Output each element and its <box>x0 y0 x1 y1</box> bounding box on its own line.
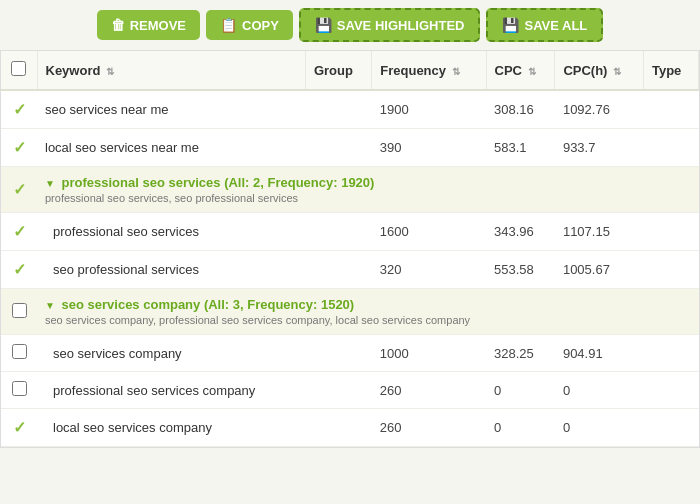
cpc-cell: 0 <box>486 372 555 409</box>
keyword-cell: seo services near me <box>37 90 305 129</box>
row-checkbox[interactable] <box>12 381 27 396</box>
save-highlighted-button[interactable]: 💾 SAVE HIGHLIGHTED <box>299 8 481 42</box>
group-title: seo services company <box>62 297 201 312</box>
frequency-cell: 1600 <box>372 213 486 251</box>
checked-icon: ✓ <box>13 139 26 156</box>
table-row: professional seo services company26000 <box>1 372 699 409</box>
frequency-cell: 320 <box>372 251 486 289</box>
select-all-checkbox[interactable] <box>11 61 26 76</box>
save-all-button[interactable]: 💾 SAVE ALL <box>486 8 603 42</box>
frequency-cell: 260 <box>372 372 486 409</box>
group-subtitle: professional seo services, seo professio… <box>45 192 691 204</box>
keyword-header-label: Keyword <box>46 63 101 78</box>
keyword-sort-icon: ⇅ <box>106 66 114 77</box>
keyword-cell: seo professional services <box>37 251 305 289</box>
row-check-cell[interactable] <box>1 335 37 372</box>
group-cell <box>305 90 371 129</box>
select-all-header[interactable] <box>1 51 37 90</box>
table-row: ▼ seo services company (All: 3, Frequenc… <box>1 289 699 335</box>
row-check-cell[interactable]: ✓ <box>1 167 37 213</box>
checked-icon: ✓ <box>13 261 26 278</box>
keyword-table: Keyword ⇅ Group Frequency ⇅ CPC ⇅ CPC(h)… <box>0 50 700 448</box>
row-check-cell[interactable] <box>1 289 37 335</box>
cpch-header[interactable]: CPC(h) ⇅ <box>555 51 644 90</box>
keyword-value: local seo services company <box>53 420 212 435</box>
keyword-value: local seo services near me <box>45 140 199 155</box>
row-check-cell[interactable] <box>1 372 37 409</box>
group-cell <box>305 251 371 289</box>
type-cell <box>643 372 698 409</box>
group-subtitle: seo services company, professional seo s… <box>45 314 691 326</box>
toolbar: 🗑 REMOVE 📋 COPY 💾 SAVE HIGHLIGHTED 💾 SAV… <box>0 0 700 50</box>
save-all-icon: 💾 <box>502 17 519 33</box>
group-cell <box>305 372 371 409</box>
type-cell <box>643 90 698 129</box>
trash-icon: 🗑 <box>111 17 125 33</box>
cpc-header-label: CPC <box>495 63 522 78</box>
type-header-label: Type <box>652 63 681 78</box>
copy-icon: 📋 <box>220 17 237 33</box>
cpc-cell: 308.16 <box>486 90 555 129</box>
group-cell <box>305 129 371 167</box>
collapse-icon[interactable]: ▼ <box>45 178 55 189</box>
table-row: seo services company1000328.25904.91 <box>1 335 699 372</box>
type-cell <box>643 335 698 372</box>
cpc-cell: 553.58 <box>486 251 555 289</box>
cpch-cell: 0 <box>555 409 644 447</box>
row-checkbox[interactable] <box>12 303 27 318</box>
row-check-cell[interactable]: ✓ <box>1 129 37 167</box>
group-cell <box>305 409 371 447</box>
copy-button[interactable]: 📋 COPY <box>206 10 293 40</box>
keyword-cell: professional seo services <box>37 213 305 251</box>
frequency-cell: 1900 <box>372 90 486 129</box>
type-cell <box>643 251 698 289</box>
table-header-row: Keyword ⇅ Group Frequency ⇅ CPC ⇅ CPC(h)… <box>1 51 699 90</box>
keyword-cell: seo services company <box>37 335 305 372</box>
cpch-cell: 904.91 <box>555 335 644 372</box>
group-header-cell: ▼ seo services company (All: 3, Frequenc… <box>37 289 699 335</box>
cpc-sort-icon: ⇅ <box>528 66 536 77</box>
type-header: Type <box>643 51 698 90</box>
row-check-cell[interactable]: ✓ <box>1 251 37 289</box>
cpch-sort-icon: ⇅ <box>613 66 621 77</box>
type-cell <box>643 129 698 167</box>
table-row: ✓seo professional services320553.581005.… <box>1 251 699 289</box>
keyword-value: professional seo services <box>53 224 199 239</box>
collapse-icon[interactable]: ▼ <box>45 300 55 311</box>
checked-icon: ✓ <box>13 101 26 118</box>
keyword-cell: local seo services near me <box>37 129 305 167</box>
table-row: ✓professional seo services1600343.961107… <box>1 213 699 251</box>
keyword-value: professional seo services company <box>53 383 255 398</box>
frequency-sort-icon: ⇅ <box>452 66 460 77</box>
cpc-header[interactable]: CPC ⇅ <box>486 51 555 90</box>
cpc-cell: 343.96 <box>486 213 555 251</box>
keyword-value: seo services company <box>53 346 182 361</box>
group-meta: (All: 2, Frequency: 1920) <box>224 175 374 190</box>
frequency-cell: 390 <box>372 129 486 167</box>
cpch-cell: 933.7 <box>555 129 644 167</box>
keyword-value: seo professional services <box>53 262 199 277</box>
group-cell <box>305 335 371 372</box>
save-highlighted-label: SAVE HIGHLIGHTED <box>337 18 465 33</box>
keyword-cell: local seo services company <box>37 409 305 447</box>
row-check-cell[interactable]: ✓ <box>1 409 37 447</box>
keyword-header[interactable]: Keyword ⇅ <box>37 51 305 90</box>
group-header-label: Group <box>314 63 353 78</box>
group-meta: (All: 3, Frequency: 1520) <box>204 297 354 312</box>
table-row: ✓ ▼ professional seo services (All: 2, F… <box>1 167 699 213</box>
cpch-header-label: CPC(h) <box>563 63 607 78</box>
frequency-header[interactable]: Frequency ⇅ <box>372 51 486 90</box>
cpch-cell: 1092.76 <box>555 90 644 129</box>
remove-button[interactable]: 🗑 REMOVE <box>97 10 200 40</box>
group-header-cell: ▼ professional seo services (All: 2, Fre… <box>37 167 699 213</box>
remove-label: REMOVE <box>130 18 186 33</box>
row-check-cell[interactable]: ✓ <box>1 213 37 251</box>
row-checkbox[interactable] <box>12 344 27 359</box>
cpc-cell: 583.1 <box>486 129 555 167</box>
checked-icon: ✓ <box>13 223 26 240</box>
group-cell <box>305 213 371 251</box>
row-check-cell[interactable]: ✓ <box>1 90 37 129</box>
frequency-header-label: Frequency <box>380 63 446 78</box>
keyword-value: seo services near me <box>45 102 169 117</box>
frequency-cell: 1000 <box>372 335 486 372</box>
